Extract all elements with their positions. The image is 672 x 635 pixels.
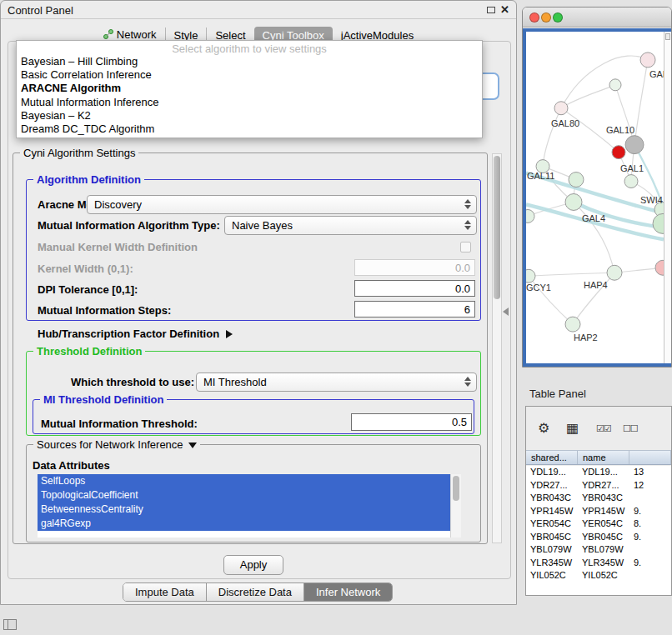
table-cell: YBR045C	[578, 531, 629, 544]
table-row[interactable]: YDR27...YDR27...12	[526, 479, 671, 492]
hub-definition-toggle[interactable]: Hub/Transcription Factor Definition	[38, 328, 233, 340]
dropdown-item[interactable]: Dream8 DC_TDC Algorithm	[17, 122, 482, 136]
tab-infer-network[interactable]: Infer Network	[303, 583, 392, 601]
table-row[interactable]: YER054CYER054C8.	[526, 518, 671, 531]
network-node[interactable]	[609, 79, 621, 91]
settings-scrollbar[interactable]	[492, 153, 502, 543]
table-cell: 9.	[629, 557, 671, 570]
which-threshold-label: Which threshold to use:	[71, 376, 194, 388]
kernel-width-input[interactable]: 0.0	[354, 259, 475, 276]
network-edge	[561, 85, 615, 108]
float-window-icon[interactable]	[487, 7, 495, 13]
control-panel-titlebar[interactable]: Control Panel ✕	[1, 1, 516, 19]
clear-checks-icon[interactable]: ☐☐	[623, 423, 638, 434]
network-view-frame: GAL8GAL80GAL10GAL11GAL1SWI4GAL4GCY1HAP4H…	[523, 28, 671, 367]
attribute-item[interactable]: TopologicalCoefficient	[38, 488, 450, 502]
hub-definition-label: Hub/Transcription Factor Definition	[38, 328, 219, 340]
attributes-scrollbar[interactable]	[450, 474, 461, 538]
network-canvas[interactable]: GAL8GAL80GAL10GAL11GAL1SWI4GAL4GCY1HAP4H…	[526, 32, 664, 363]
network-node[interactable]	[625, 136, 644, 154]
table-cell: YBR045C	[526, 531, 578, 544]
panel-title: Control Panel	[8, 4, 73, 17]
network-scrollbar[interactable]	[664, 32, 671, 363]
attribute-item[interactable]: SelfLoops	[38, 474, 450, 488]
attribute-item[interactable]: gal4RGexp	[38, 517, 450, 531]
minimize-traffic-light-icon[interactable]	[541, 12, 551, 22]
node-label: GCY1	[526, 282, 551, 292]
mi-type-select[interactable]: Naive Bayes	[224, 216, 477, 235]
dropdown-item[interactable]: Bayesian – K2	[17, 109, 482, 122]
network-node[interactable]	[565, 194, 582, 211]
table-cell: YBL079W	[526, 543, 578, 557]
table-row[interactable]: YIL052CYIL052C	[526, 569, 671, 582]
apply-button[interactable]: Apply	[223, 555, 283, 575]
group-title: Cyni Algorithm Settings	[20, 147, 138, 159]
node-label: HAP2	[574, 332, 598, 342]
column-header[interactable]	[629, 451, 671, 464]
network-window-titlebar[interactable]	[523, 8, 671, 28]
network-view-window: GAL8GAL80GAL10GAL11GAL1SWI4GAL4GCY1HAP4H…	[522, 7, 672, 368]
table-cell: YER054C	[578, 518, 629, 531]
network-node[interactable]	[655, 260, 664, 275]
network-node[interactable]	[569, 172, 584, 188]
table-row[interactable]: YBL079WYBL079W	[526, 543, 671, 557]
data-attributes-list[interactable]: SelfLoopsTopologicalCoefficientBetweenne…	[38, 474, 461, 538]
node-label: GAL8	[649, 69, 664, 79]
table-cell: YDR27...	[578, 479, 629, 492]
network-node[interactable]	[612, 146, 625, 159]
aracne-mode-select[interactable]: Discovery	[87, 195, 477, 214]
chevron-right-icon	[226, 330, 233, 338]
network-node[interactable]	[565, 317, 580, 332]
network-node[interactable]	[526, 209, 534, 222]
network-node[interactable]	[607, 265, 622, 280]
node-label: GAL1	[620, 163, 644, 173]
network-node[interactable]	[653, 213, 664, 233]
table-cell: 9.	[629, 531, 671, 544]
table-cell: YPR145W	[578, 505, 629, 518]
tab-discretize-data[interactable]: Discretize Data	[206, 583, 303, 601]
tab-impute-data[interactable]: Impute Data	[123, 583, 206, 601]
close-traffic-light-icon[interactable]	[529, 12, 539, 22]
which-threshold-select[interactable]: MI Threshold	[196, 372, 477, 392]
scrollbar-thumb[interactable]	[453, 476, 459, 501]
scroll-up-button[interactable]	[665, 33, 670, 40]
sources-toggle[interactable]: Sources for Network Inference	[33, 438, 200, 451]
columns-icon[interactable]: ▦	[566, 420, 579, 436]
table-toolbar: ⚙ ▦ ☑☑ ☐☐	[526, 407, 671, 450]
scrollbar-thumb[interactable]	[494, 156, 500, 299]
table-cell: YBR043C	[526, 492, 578, 505]
network-node[interactable]	[640, 52, 655, 68]
close-icon[interactable]: ✕	[500, 3, 509, 16]
table-row[interactable]: YPR145WYPR145W9.	[526, 505, 671, 518]
dpi-tolerance-input[interactable]: 0.0	[354, 280, 475, 297]
column-header[interactable]: name	[578, 451, 629, 464]
gear-icon[interactable]: ⚙	[538, 420, 549, 436]
panel-toggle-icon[interactable]	[3, 619, 17, 630]
table-row[interactable]: YBR043CYBR043C	[526, 492, 671, 505]
select-all-checks-icon[interactable]: ☑☑	[596, 423, 611, 434]
network-node[interactable]	[624, 175, 638, 188]
table-row[interactable]: YDL19...YDL19...13	[526, 466, 671, 479]
dropdown-item[interactable]: Mutual Information Inference	[17, 96, 482, 109]
mi-threshold-input[interactable]: 0.5	[351, 413, 472, 431]
panel-collapse-arrow[interactable]	[503, 308, 509, 316]
zoom-traffic-light-icon[interactable]	[553, 12, 563, 22]
table-cell: 8.	[629, 518, 671, 531]
mi-steps-input[interactable]: 6	[354, 301, 475, 318]
attribute-item[interactable]: BetweennessCentrality	[38, 502, 450, 517]
network-node[interactable]	[526, 269, 535, 282]
table-row[interactable]: YLR345WYLR345W9.	[526, 557, 671, 570]
dropdown-item[interactable]: ARACNE Algorithm	[17, 82, 482, 95]
combo-arrows-icon	[464, 377, 471, 387]
node-label: GAL4	[582, 213, 605, 223]
dropdown-item[interactable]: Bayesian – Hill Climbing	[17, 55, 482, 68]
table-cell: YBR043C	[578, 492, 629, 505]
group-title: Algorithm Definition	[33, 173, 144, 186]
table-cell: YPR145W	[526, 505, 578, 518]
network-node[interactable]	[554, 102, 568, 115]
table-row[interactable]: YBR045CYBR045C9.	[526, 531, 671, 544]
dropdown-item[interactable]: Basic Correlation Inference	[17, 68, 482, 82]
column-header[interactable]: shared...	[526, 451, 578, 464]
manual-kernel-checkbox[interactable]	[460, 242, 471, 252]
table-cell: 9.	[629, 505, 671, 518]
